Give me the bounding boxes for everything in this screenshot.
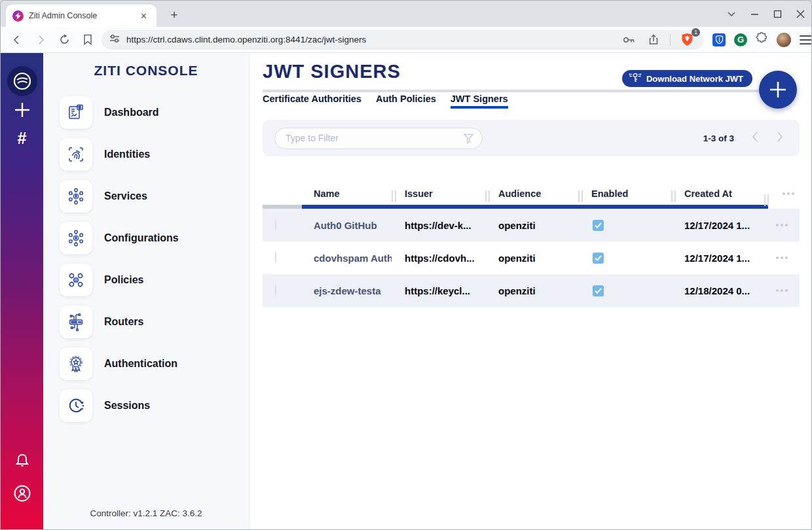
enabled-checkbox[interactable] xyxy=(593,220,604,231)
extensions-puzzle-icon[interactable] xyxy=(756,32,768,47)
close-window-button[interactable] xyxy=(796,10,805,18)
ziti-favicon-icon xyxy=(12,10,24,22)
row-select-radio[interactable] xyxy=(275,284,276,296)
sidebar-item-configurations[interactable]: Configurations xyxy=(43,217,249,259)
sidebar-item-services[interactable]: Services xyxy=(43,175,249,217)
row-menu-icon[interactable] xyxy=(764,224,800,226)
tab-auth-policies[interactable]: Auth Policies xyxy=(376,94,436,109)
row-name[interactable]: cdovhspam Auth0 xyxy=(301,253,392,264)
browser-toolbar: https://ctrl.cdaws.clint.demo.openziti.o… xyxy=(1,27,811,53)
add-jwt-signer-button[interactable] xyxy=(759,71,797,109)
column-header-enabled[interactable]: Enabled xyxy=(578,188,671,199)
url-text[interactable]: https://ctrl.cdaws.clint.demo.openziti.o… xyxy=(126,35,620,44)
content-area: JWT SIGNERS Download Network JWT Certifi… xyxy=(249,53,811,530)
shield-badge-count: 1 xyxy=(692,28,700,37)
column-header-issuer[interactable]: Issuer xyxy=(392,188,485,199)
filter-funnel-icon xyxy=(463,133,474,147)
filter-bar: 1-3 of 3 xyxy=(263,120,800,156)
row-issuer: https://keycl... xyxy=(392,285,485,296)
router-icon xyxy=(60,306,92,338)
table-row[interactable]: ejs-zdew-testa https://keycl... openziti… xyxy=(263,274,800,307)
password-key-icon[interactable] xyxy=(620,31,637,48)
gears-star-icon xyxy=(60,264,92,296)
browser-menu-icon[interactable] xyxy=(800,35,811,44)
browser-tab[interactable]: Ziti Admin Console ✕ xyxy=(6,5,157,27)
page-title: JWT SIGNERS xyxy=(263,61,401,82)
row-menu-icon[interactable] xyxy=(764,256,800,259)
toolbar-divider xyxy=(670,34,671,46)
hash-rail-button[interactable]: # xyxy=(1,129,43,148)
bookmark-icon[interactable] xyxy=(79,31,96,48)
page-prev-icon[interactable] xyxy=(751,131,759,145)
row-created-at: 12/17/2024 1... xyxy=(671,220,764,231)
maximize-button[interactable] xyxy=(773,10,782,18)
header-divider xyxy=(263,90,764,92)
network-nodes-icon xyxy=(60,180,92,213)
site-settings-tune-icon[interactable] xyxy=(109,34,120,46)
row-issuer: https://cdovh... xyxy=(392,253,485,264)
sidebar-item-authentication[interactable]: Authentication xyxy=(43,343,249,385)
column-header-name[interactable]: Name xyxy=(301,188,392,199)
main-sidebar: ZITI CONSOLE Dashboard xyxy=(43,53,249,530)
tab-certificate-authorities[interactable]: Certificate Authorities xyxy=(263,94,361,109)
profile-avatar[interactable] xyxy=(777,33,791,47)
forward-button[interactable] xyxy=(32,31,49,48)
download-network-jwt-button[interactable]: Download Network JWT xyxy=(622,70,752,87)
row-select-radio[interactable] xyxy=(275,251,276,264)
row-audience: openziti xyxy=(485,253,578,264)
sidebar-item-policies[interactable]: Policies xyxy=(43,259,249,301)
tab-jwt-signers[interactable]: JWT Signers xyxy=(451,94,508,109)
brave-shield-icon[interactable]: 1 xyxy=(678,31,695,48)
sidebar-item-dashboard[interactable]: Dashboard xyxy=(43,92,249,133)
row-menu-icon[interactable] xyxy=(764,289,800,292)
network-nodes-icon xyxy=(60,222,92,255)
back-button[interactable] xyxy=(9,31,26,48)
add-rail-button[interactable] xyxy=(1,101,43,118)
console-title: ZITI CONSOLE xyxy=(43,63,249,79)
tab-title: Ziti Admin Console xyxy=(29,11,132,20)
row-select-radio[interactable] xyxy=(275,219,276,231)
pagination-label: 1-3 of 3 xyxy=(703,133,734,143)
sidebar-item-identities[interactable]: Identities xyxy=(43,133,249,175)
row-name[interactable]: Auth0 GitHub xyxy=(301,220,392,231)
url-bar[interactable]: https://ctrl.cdaws.clint.demo.openziti.o… xyxy=(101,30,703,50)
minimize-button[interactable] xyxy=(750,10,759,18)
new-tab-button[interactable]: + xyxy=(166,7,183,24)
fingerprint-icon xyxy=(60,138,92,171)
share-icon[interactable] xyxy=(645,31,662,48)
jwt-signers-table: Name Issuer Audience Enabled Created At … xyxy=(263,183,800,307)
reload-button[interactable] xyxy=(56,31,73,48)
bitwarden-extension-icon[interactable] xyxy=(712,33,726,46)
enabled-checkbox[interactable] xyxy=(593,285,604,296)
notifications-bell-icon[interactable] xyxy=(1,453,43,470)
table-header-row: Name Issuer Audience Enabled Created At xyxy=(263,183,800,205)
filter-input[interactable] xyxy=(274,128,483,149)
tab-search-chevron-icon[interactable] xyxy=(727,11,736,17)
enabled-checkbox[interactable] xyxy=(593,253,604,264)
section-tabs: Certificate Authorities Auth Policies JW… xyxy=(263,94,508,109)
row-issuer: https://dev-k... xyxy=(392,220,485,231)
page-next-icon[interactable] xyxy=(776,131,784,145)
sidebar-item-sessions[interactable]: Sessions xyxy=(43,385,249,427)
award-badge-icon xyxy=(60,347,92,380)
row-name[interactable]: ejs-zdew-testa xyxy=(301,285,392,296)
download-button-label: Download Network JWT xyxy=(646,74,743,84)
digital-key-icon xyxy=(629,72,642,86)
column-header-created-at[interactable]: Created At xyxy=(671,188,764,199)
column-header-menu[interactable] xyxy=(764,192,800,195)
table-row[interactable]: Auth0 GitHub https://dev-k... openziti 1… xyxy=(263,209,800,241)
browser-tabstrip: Ziti Admin Console ✕ + xyxy=(1,1,811,27)
table-row[interactable]: cdovhspam Auth0 https://cdovh... openzit… xyxy=(263,241,800,274)
dashboard-icon xyxy=(60,96,92,129)
row-created-at: 12/18/2024 0... xyxy=(671,285,764,296)
grammarly-extension-icon[interactable]: G xyxy=(734,33,747,46)
user-profile-icon[interactable] xyxy=(1,484,43,503)
clock-icon xyxy=(60,389,92,422)
sidebar-item-routers[interactable]: Routers xyxy=(43,301,249,343)
column-header-audience[interactable]: Audience xyxy=(485,188,578,199)
tab-close-icon[interactable]: ✕ xyxy=(138,10,150,22)
table-header-underline xyxy=(263,205,800,209)
row-audience: openziti xyxy=(485,220,578,231)
browser-window: Ziti Admin Console ✕ + xyxy=(0,0,812,530)
ziti-logo-icon[interactable] xyxy=(7,66,37,96)
